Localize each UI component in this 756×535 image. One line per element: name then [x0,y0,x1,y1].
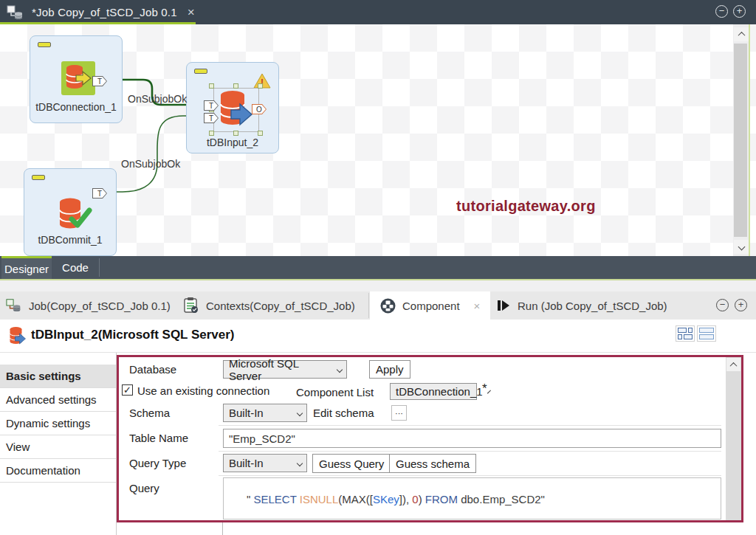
node-status-pill [38,42,51,47]
window-title-bar: *Job Copy_of_tSCD_Job 0.1 × − + [0,0,756,24]
tab-run-label: Run (Job Copy_of_tSCD_Job) [518,300,667,312]
chevron-down-icon [738,244,745,251]
trigger-port[interactable]: T [92,188,107,199]
tab-job[interactable]: Job(Copy_of_tSCD_Job 0.1) [6,291,171,320]
guess-schema-button[interactable]: Guess schema [389,454,476,473]
guess-query-button[interactable]: Guess Query [312,454,391,473]
node-tdbconnection[interactable]: T tDBConnection_1 [30,35,123,123]
connection-label[interactable]: OnSubjobOk [128,93,187,105]
sidebar-item-dynamic-settings[interactable]: Dynamic settings [0,412,116,435]
sidebar-item-documentation[interactable]: Documentation [0,459,116,483]
component-header: tDBInput_2(Microsoft SQL Server) [0,320,756,353]
scrollbar-thumb[interactable] [734,44,747,237]
maximize-icon[interactable]: + [733,5,746,18]
divider [368,293,369,318]
edit-schema-button[interactable]: ··· [391,405,407,421]
database-select[interactable]: Microsoft SQL Server [223,360,347,379]
maximize-icon[interactable]: + [735,299,747,311]
chevron-down-icon [297,460,303,466]
sidebar-item-advanced-settings[interactable]: Advanced settings [0,388,116,412]
component-icon [380,298,396,314]
grid-layout-icon[interactable] [676,325,695,342]
trigger-port[interactable]: T [204,100,219,111]
tab-code[interactable]: Code [53,256,97,279]
sidebar-item-basic-settings[interactable]: Basic settings [0,365,116,388]
run-icon [496,298,511,313]
view-switch-bar: Designer Code [0,256,756,280]
tdbinput-icon [216,89,256,131]
edit-schema-label: Edit schema [313,407,374,419]
query-type-select[interactable]: Built-In [223,454,307,472]
tab-run[interactable]: Run (Job Copy_of_tSCD_Job) [496,291,667,320]
panel-edge [749,24,750,256]
query-input[interactable]: " SELECT ISNULL(MAX([SKey]), 0) FROM dbo… [223,477,721,520]
minimize-icon[interactable]: − [716,299,729,311]
divider [99,258,100,277]
job-icon [6,297,22,314]
minimize-icon[interactable]: − [715,5,728,18]
tdbinput-icon [7,326,28,347]
tab-contexts-label: Contexts(Copy_of_tSCD_Job) [206,300,355,312]
node-status-pill [32,175,45,180]
query-type-label: Query Type [129,457,186,469]
contexts-icon [183,297,199,314]
window-title: *Job Copy_of_tSCD_Job 0.1 [32,6,177,18]
spacer [0,280,756,291]
divider [222,522,223,535]
scroll-up-button[interactable] [726,358,740,371]
table-name-input[interactable]: "Emp_SCD2" [223,429,721,448]
component-list-select[interactable]: tDBConnection_1 [390,383,477,400]
scroll-down-button[interactable] [734,240,749,254]
node-label: tDBCommit_1 [24,234,116,246]
chevron-down-icon [337,366,343,372]
node-status-pill [194,69,207,74]
trigger-port[interactable]: T [204,113,219,123]
node-tdbcommit[interactable]: T tDBCommit_1 [24,168,117,256]
tdbconnection-icon [61,61,95,95]
stacked-layout-icon[interactable] [697,325,716,342]
connection-label[interactable]: OnSubjobOk [121,158,180,170]
query-label: Query [129,482,159,494]
job-design-canvas[interactable]: T tDBConnection_1 ! T T [0,24,756,256]
sidebar-item-view[interactable]: View [0,435,116,459]
bottom-tab-bar: Job(Copy_of_tSCD_Job 0.1) Contexts(Copy_… [0,291,756,320]
required-marker: * [482,382,487,396]
chevron-down-icon [297,410,303,415]
form-scrollbar[interactable] [726,357,741,520]
scroll-up-button[interactable] [734,27,749,41]
watermark-text: tutorialgateway.org [456,198,596,215]
close-icon[interactable]: × [474,300,481,312]
apply-button[interactable]: Apply [369,360,410,379]
query-code: " SELECT ISNULL(MAX([SKey]), 0) FROM dbo… [247,493,545,505]
trigger-port[interactable]: T [92,76,107,86]
node-label: tDBConnection_1 [30,101,122,113]
tab-designer[interactable]: Designer [1,256,52,279]
output-port[interactable]: O [252,104,267,114]
tab-contexts[interactable]: Contexts(Copy_of_tSCD_Job) [183,291,355,320]
job-icon [7,4,24,21]
schema-select[interactable]: Built-In [223,404,307,422]
settings-sidebar: Basic settings Advanced settings Dynamic… [0,353,117,535]
tdbcommit-icon [55,197,92,234]
component-list-label: Component List [296,386,374,398]
existing-connection-checkbox[interactable]: ✓ [122,384,133,396]
component-settings-panel: Basic settings Advanced settings Dynamic… [0,353,756,535]
component-title: tDBInput_2(Microsoft SQL Server) [31,328,235,342]
close-icon[interactable]: × [188,6,195,18]
canvas-scrollbar[interactable] [733,24,749,256]
schema-label: Schema [129,407,170,419]
basic-settings-form: Database Microsoft SQL Server Apply ✓ Us… [117,355,743,522]
chevron-up-icon [730,362,738,369]
chevron-up-icon [738,32,745,39]
node-tdbinput[interactable]: ! T T O tDBInput_2 [186,62,279,153]
tab-component-label: Component [402,300,460,312]
database-label: Database [129,363,176,376]
tab-job-label: Job(Copy_of_tSCD_Job 0.1) [29,300,171,312]
tab-component[interactable]: Component × [370,291,490,320]
existing-connection-label: Use an existing connection [137,384,269,397]
job-title-tab[interactable]: *Job Copy_of_tSCD_Job 0.1 × [0,0,195,24]
table-name-label: Table Name [129,432,188,444]
chevron-down-icon [487,390,491,393]
node-label: tDBInput_2 [187,137,278,148]
